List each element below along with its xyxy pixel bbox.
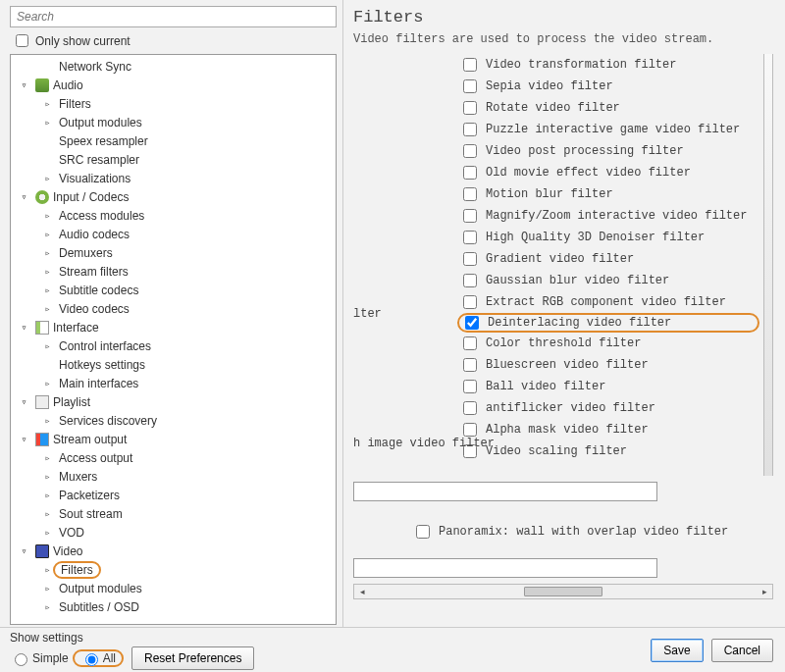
expand-icon[interactable] (42, 210, 53, 221)
radio-all[interactable]: All (80, 650, 116, 666)
text-input-2[interactable] (353, 558, 657, 578)
vertical-scrollbar[interactable] (763, 54, 773, 476)
tree-item-label: Subtitles / OSD (59, 600, 139, 614)
tree-item-video[interactable]: Video (11, 542, 336, 560)
filter-checkbox-color-threshold-filter[interactable] (463, 336, 477, 350)
panoramix-checkbox[interactable] (416, 525, 430, 539)
tree-item-stream-output[interactable]: Stream output (11, 430, 336, 448)
filter-checkbox-alpha-mask-video-filter[interactable] (463, 423, 477, 437)
only-show-current[interactable]: Only show current (10, 31, 337, 50)
text-input-1[interactable] (353, 482, 657, 501)
expand-icon[interactable] (42, 266, 53, 277)
tree-item-src-resampler[interactable]: SRC resampler (11, 150, 336, 169)
tree-item-sout-stream[interactable]: Sout stream (11, 504, 336, 523)
expand-icon[interactable] (42, 229, 53, 239)
filter-checkbox-deinterlacing-video-filter[interactable] (465, 316, 479, 330)
expand-icon[interactable] (42, 471, 53, 482)
scroll-left-icon[interactable]: ◂ (354, 587, 370, 596)
expand-icon[interactable] (42, 452, 53, 463)
tree-item-services-discovery[interactable]: Services discovery (11, 411, 336, 430)
tree-item-subtitle-codecs[interactable]: Subtitle codecs (11, 281, 336, 299)
tree-item-audio-codecs[interactable]: Audio codecs (11, 225, 336, 243)
tree-item-visualizations[interactable]: Visualizations (11, 169, 336, 187)
cancel-button[interactable]: Cancel (711, 639, 773, 662)
filter-label: Magnify/Zoom interactive video filter (486, 209, 747, 223)
filter-label: Ball video filter (486, 380, 605, 393)
filter-checkbox-old-movie-effect-video-filter[interactable] (463, 166, 477, 180)
expand-icon[interactable] (42, 601, 53, 612)
scroll-thumb[interactable] (524, 587, 602, 596)
collapse-icon[interactable] (19, 545, 29, 556)
filter-row: Gradient video filter (459, 248, 759, 270)
tree-item-speex-resampler[interactable]: Speex resampler (11, 131, 336, 150)
filter-checkbox-gradient-video-filter[interactable] (463, 252, 477, 266)
search-input[interactable] (10, 6, 337, 27)
settings-tree[interactable]: Network SyncAudioFiltersOutput modulesSp… (10, 54, 337, 625)
collapse-icon[interactable] (19, 79, 29, 90)
filter-checkbox-extract-rgb-component-video-filter[interactable] (463, 295, 477, 309)
horizontal-scrollbar[interactable]: ◂ ▸ (353, 584, 773, 599)
tree-item-main-interfaces[interactable]: Main interfaces (11, 374, 336, 392)
filter-checkbox-high-quality-3d-denoiser-filter[interactable] (463, 231, 477, 244)
tree-item-stream-filters[interactable]: Stream filters (11, 262, 336, 281)
tree-item-filters[interactable]: Filters (11, 560, 336, 579)
tree-item-filters[interactable]: Filters (11, 94, 336, 113)
tree-item-vod[interactable]: VOD (11, 523, 336, 542)
expand-icon[interactable] (42, 378, 53, 388)
filter-checkbox-bluescreen-video-filter[interactable] (463, 358, 477, 372)
scroll-right-icon[interactable]: ▸ (757, 587, 772, 596)
tree-item-control-interfaces[interactable]: Control interfaces (11, 336, 336, 355)
filter-checkbox-rotate-video-filter[interactable] (463, 101, 477, 115)
filter-checkbox-magnify-zoom-interactive-video-filter[interactable] (463, 209, 477, 223)
tree-item-subtitles-osd[interactable]: Subtitles / OSD (11, 597, 336, 616)
filter-checkbox-ball-video-filter[interactable] (463, 380, 477, 393)
radio-simple-input[interactable] (15, 653, 27, 666)
filter-row: High Quality 3D Denoiser filter (459, 227, 759, 248)
tree-item-network-sync[interactable]: Network Sync (11, 57, 336, 76)
expand-icon[interactable] (42, 490, 53, 500)
tree-item-access-output[interactable]: Access output (11, 448, 336, 467)
tree-item-label: Filters (53, 561, 101, 579)
tree-item-muxers[interactable]: Muxers (11, 467, 336, 486)
expand-icon[interactable] (42, 173, 53, 183)
tree-item-output-modules[interactable]: Output modules (11, 113, 336, 131)
expand-icon[interactable] (42, 508, 53, 519)
radio-all-input[interactable] (85, 653, 98, 666)
expand-icon[interactable] (42, 415, 53, 426)
collapse-icon[interactable] (19, 434, 29, 444)
tree-item-interface[interactable]: Interface (11, 318, 336, 336)
filter-checkbox-video-post-processing-filter[interactable] (463, 144, 477, 158)
expand-icon[interactable] (42, 247, 53, 258)
filter-checkbox-puzzle-interactive-game-video-filter[interactable] (463, 123, 477, 136)
reset-preferences-button[interactable]: Reset Preferences (131, 646, 254, 670)
tree-item-hotkeys-settings[interactable]: Hotkeys settings (11, 355, 336, 374)
tree-item-playlist[interactable]: Playlist (11, 392, 336, 411)
filter-checkbox-antiflicker-video-filter[interactable] (463, 401, 477, 415)
tree-item-demuxers[interactable]: Demuxers (11, 243, 336, 262)
expand-icon[interactable] (42, 98, 53, 109)
tree-item-video-codecs[interactable]: Video codecs (11, 299, 336, 318)
expand-icon[interactable] (42, 583, 53, 594)
expand-icon[interactable] (42, 284, 53, 295)
collapse-icon[interactable] (19, 396, 29, 407)
expand-icon[interactable] (42, 564, 53, 575)
tree-item-input-codecs[interactable]: Input / Codecs (11, 187, 336, 206)
expand-icon[interactable] (42, 117, 53, 128)
collapse-icon[interactable] (19, 322, 29, 333)
radio-simple[interactable]: Simple (10, 650, 69, 666)
filter-checkbox-sepia-video-filter[interactable] (463, 79, 477, 93)
tree-item-output-modules[interactable]: Output modules (11, 579, 336, 597)
expand-icon[interactable] (42, 340, 53, 351)
tree-item-audio[interactable]: Audio (11, 76, 336, 94)
filter-row: Motion blur filter (459, 183, 759, 205)
expand-icon[interactable] (42, 527, 53, 538)
filter-checkbox-video-transformation-filter[interactable] (463, 58, 477, 72)
tree-item-packetizers[interactable]: Packetizers (11, 486, 336, 504)
collapse-icon[interactable] (19, 191, 29, 202)
filter-checkbox-motion-blur-filter[interactable] (463, 187, 477, 201)
tree-item-access-modules[interactable]: Access modules (11, 206, 336, 225)
save-button[interactable]: Save (651, 639, 703, 662)
filter-checkbox-gaussian-blur-video-filter[interactable] (463, 274, 477, 287)
expand-icon[interactable] (42, 303, 53, 314)
only-show-current-checkbox[interactable] (16, 34, 28, 47)
